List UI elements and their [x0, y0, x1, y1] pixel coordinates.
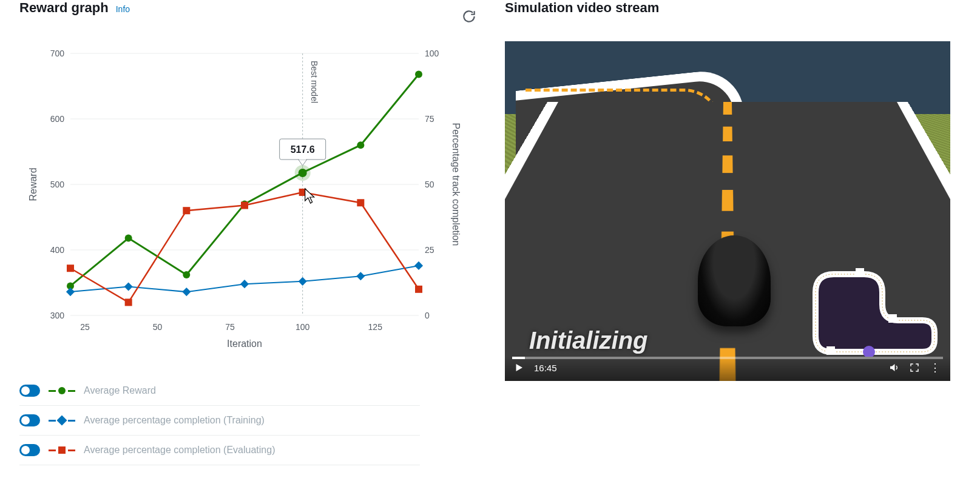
legend-label-reward: Average Reward — [84, 385, 156, 396]
legend-label-evaluate: Average percentage completion (Evaluatin… — [84, 445, 275, 456]
play-button[interactable] — [513, 362, 524, 373]
video-title: Simulation video stream — [505, 0, 659, 16]
legend: Average Reward Average percentage comple… — [19, 376, 420, 465]
svg-text:Iteration: Iteration — [227, 338, 262, 349]
svg-text:25: 25 — [425, 245, 434, 255]
svg-text:400: 400 — [50, 245, 65, 255]
video-more-button[interactable]: ⋮ — [930, 361, 942, 374]
svg-point-31 — [415, 71, 422, 78]
svg-point-30 — [357, 141, 364, 149]
legend-row-reward: Average Reward — [19, 376, 420, 406]
legend-toggle-reward[interactable] — [19, 385, 40, 397]
svg-text:125: 125 — [368, 322, 383, 332]
video-overlay-text: Initializing — [529, 327, 648, 354]
minimap — [797, 262, 941, 357]
svg-text:100: 100 — [425, 49, 439, 58]
volume-button[interactable] — [888, 362, 899, 373]
svg-text:75: 75 — [225, 322, 235, 332]
svg-rect-40 — [125, 298, 132, 306]
legend-marker-evaluate — [49, 443, 75, 457]
legend-marker-reward — [49, 383, 75, 398]
svg-text:100: 100 — [296, 322, 310, 332]
svg-rect-52 — [826, 346, 835, 355]
svg-text:0: 0 — [425, 311, 430, 320]
legend-toggle-evaluate[interactable] — [19, 444, 40, 456]
svg-point-26 — [125, 235, 132, 242]
svg-rect-45 — [415, 286, 422, 293]
svg-text:300: 300 — [50, 311, 65, 320]
svg-text:50: 50 — [425, 180, 434, 189]
svg-rect-35 — [240, 280, 249, 288]
svg-text:Percentage track completion: Percentage track completion — [451, 123, 461, 246]
svg-point-47 — [299, 169, 307, 177]
video-timestamp: 16:45 — [534, 363, 557, 373]
svg-rect-33 — [124, 282, 133, 291]
svg-rect-44 — [357, 199, 364, 206]
video-controls: 16:45 ⋮ — [505, 357, 950, 381]
simulation-video[interactable]: Initializing 16:45 — [505, 41, 950, 381]
refresh-icon — [461, 8, 477, 24]
refresh-button[interactable] — [461, 8, 477, 24]
svg-rect-50 — [856, 268, 864, 277]
svg-text:Best model: Best model — [309, 61, 319, 103]
svg-rect-41 — [183, 207, 190, 214]
svg-text:Reward: Reward — [28, 167, 38, 201]
fullscreen-button[interactable] — [909, 362, 920, 373]
reward-chart[interactable]: 3004005006007000255075100255075100125Rew… — [19, 39, 462, 354]
svg-text:517.6: 517.6 — [291, 144, 315, 155]
svg-text:700: 700 — [50, 49, 65, 58]
svg-rect-36 — [299, 277, 307, 286]
svg-rect-32 — [66, 288, 75, 296]
video-car — [698, 235, 771, 326]
info-link[interactable]: Info — [116, 4, 130, 14]
svg-text:75: 75 — [425, 114, 434, 124]
reward-graph-title: Reward graph — [19, 0, 109, 16]
svg-text:25: 25 — [80, 322, 90, 332]
legend-row-evaluate: Average percentage completion (Evaluatin… — [19, 436, 420, 465]
svg-rect-39 — [67, 264, 74, 272]
legend-label-training: Average percentage completion (Training) — [84, 415, 265, 426]
svg-text:50: 50 — [153, 322, 163, 332]
svg-text:500: 500 — [50, 180, 65, 189]
video-progress-bar[interactable] — [512, 357, 943, 359]
legend-toggle-training[interactable] — [19, 414, 40, 426]
svg-text:600: 600 — [50, 114, 65, 124]
svg-rect-51 — [888, 314, 897, 323]
svg-point-27 — [183, 271, 190, 278]
svg-rect-37 — [356, 272, 365, 280]
svg-rect-38 — [414, 261, 423, 270]
svg-rect-42 — [241, 202, 248, 209]
svg-rect-34 — [182, 288, 191, 296]
legend-marker-training — [49, 413, 75, 428]
legend-row-training: Average percentage completion (Training) — [19, 406, 420, 436]
